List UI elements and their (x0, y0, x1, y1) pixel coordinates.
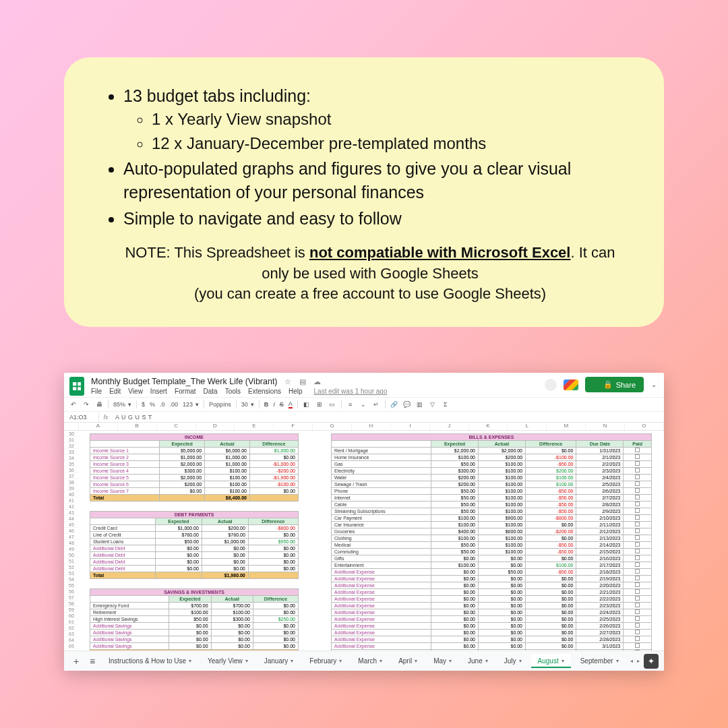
redo-icon[interactable]: ↷ (82, 400, 90, 408)
sheet-tabs: +≡Instructions & How to Use ▾Yearly View… (64, 650, 664, 671)
comment-icon[interactable]: 💬 (403, 400, 411, 408)
strike-button[interactable]: S (280, 401, 284, 408)
currency-button[interactable]: $ (142, 401, 145, 408)
last-edit-link[interactable]: Last edit was 1 hour ago (314, 388, 388, 395)
percent-button[interactable]: % (150, 401, 155, 408)
borders-icon[interactable]: ⊞ (315, 400, 324, 408)
fx-icon: fx (99, 414, 113, 421)
sheet-tab-yearly-view[interactable]: Yearly View ▾ (201, 654, 255, 668)
bullet-1-text: 13 budget tabs including: (123, 86, 311, 105)
bills-table[interactable]: BILLS & EXPENSESExpectedActualDifference… (331, 433, 652, 653)
share-button[interactable]: 🔒 Share (585, 377, 644, 392)
sheet-tab-march[interactable]: March ▾ (351, 654, 389, 668)
menu-bar: FileEditViewInsertFormatDataToolsExtensi… (91, 388, 545, 395)
dec-decrease-button[interactable]: .0 (160, 401, 165, 408)
formula-bar[interactable]: A U G U S T (113, 414, 152, 421)
income-table[interactable]: INCOMEExpectedActualDifferenceIncome Sou… (90, 433, 299, 502)
menu-data[interactable]: Data (204, 388, 218, 395)
valign-icon[interactable]: ⌄ (359, 400, 367, 408)
sheet-tab-april[interactable]: April ▾ (392, 654, 424, 668)
note-text: NOTE: This Spreadsheet is not compatiabl… (117, 243, 624, 304)
bullet-3: Simple to navigate and easy to follow (123, 207, 624, 231)
history-icon[interactable] (545, 379, 557, 391)
sheet-tab-july[interactable]: July ▾ (497, 654, 528, 668)
halign-icon[interactable]: ≡ (346, 400, 355, 408)
fontsize-select[interactable]: 30 ▾ (241, 401, 254, 408)
sheet-tab-september[interactable]: September ▾ (574, 654, 626, 668)
merge-icon[interactable]: ▭ (328, 400, 336, 408)
filter-icon[interactable]: ▽ (429, 400, 437, 408)
name-box[interactable]: A1:O3 (64, 412, 99, 422)
chart-icon[interactable]: ▥ (416, 400, 424, 408)
menu-extensions[interactable]: Extensions (248, 388, 281, 395)
add-sheet-button[interactable]: + (69, 656, 83, 667)
bullet-1: 13 budget tabs including: 1 x Yearly Vie… (123, 84, 624, 154)
star-icon[interactable]: ☆ (283, 377, 293, 386)
sheet-tab-june[interactable]: June ▾ (461, 654, 495, 668)
menu-file[interactable]: File (91, 388, 102, 395)
bold-button[interactable]: B (264, 401, 269, 408)
sheet-tab-august[interactable]: August ▾ (531, 654, 571, 668)
sheet-tab-february[interactable]: February ▾ (303, 654, 348, 668)
column-headers[interactable]: ABCDEFGHIJKLMNO (64, 423, 664, 431)
menu-edit[interactable]: Edit (109, 388, 121, 395)
move-icon[interactable]: ▤ (298, 377, 307, 386)
explore-button[interactable]: ✦ (644, 654, 659, 669)
doc-title[interactable]: Monthly Budget Template_The Werk Life (V… (91, 377, 278, 386)
fill-icon[interactable]: ◧ (303, 400, 311, 408)
row-headers[interactable]: 3031323334353637383940414243444546474849… (64, 431, 79, 653)
link-icon[interactable]: 🔗 (390, 400, 398, 408)
menu-tools[interactable]: Tools (225, 388, 241, 395)
bullet-2: Auto-populated graphs and figures to giv… (123, 157, 624, 204)
bullet-1a: 1 x Yearly View snapshot (152, 108, 624, 131)
menu-insert[interactable]: Insert (150, 388, 167, 395)
bullet-1b: 12 x January-December pre-templated mont… (152, 132, 624, 155)
wrap-icon[interactable]: ↵ (372, 400, 380, 408)
menu-view[interactable]: View (128, 388, 143, 395)
functions-icon[interactable]: Σ (442, 400, 450, 408)
sheet-tab-may[interactable]: May ▾ (427, 654, 458, 668)
zoom-select[interactable]: 85% ▾ (113, 401, 131, 408)
meet-icon[interactable] (564, 380, 578, 390)
print-icon[interactable]: 🖶 (95, 400, 103, 408)
savings-table[interactable]: SAVINGS & INVESTMENTSExpectedActualDiffe… (90, 588, 299, 653)
sheet-tab-january[interactable]: January ▾ (257, 654, 301, 668)
italic-button[interactable]: I (273, 401, 275, 408)
feature-card: 13 budget tabs including: 1 x Yearly Vie… (64, 57, 664, 327)
undo-icon[interactable]: ↶ (69, 400, 78, 408)
font-select[interactable]: Poppins (209, 401, 231, 408)
menu-help[interactable]: Help (289, 388, 303, 395)
google-sheets-window: Monthly Budget Template_The Werk Life (V… (64, 373, 664, 671)
scroll-right-icon[interactable]: ▸ (637, 658, 640, 664)
account-caret-icon[interactable]: ⌄ (650, 381, 657, 388)
scroll-left-icon[interactable]: ◂ (630, 658, 633, 664)
format-number-button[interactable]: 123 ▾ (183, 401, 199, 408)
debt-table[interactable]: DEBT PAYMENTSExpectedActualDifferenceCre… (90, 511, 299, 579)
menu-format[interactable]: Format (175, 388, 196, 395)
dec-increase-button[interactable]: .00 (170, 401, 179, 408)
toolbar: ↶ ↷ 🖶 85% ▾ $ % .0 .00 123 ▾ Poppins 30 … (64, 397, 664, 412)
textcolor-button[interactable]: A (289, 400, 293, 408)
sheets-logo-icon (69, 377, 84, 396)
all-sheets-button[interactable]: ≡ (86, 656, 99, 667)
cloud-icon[interactable]: ☁ (313, 377, 322, 386)
sheet-tab-instructions-how-to-use[interactable]: Instructions & How to Use ▾ (102, 654, 198, 668)
